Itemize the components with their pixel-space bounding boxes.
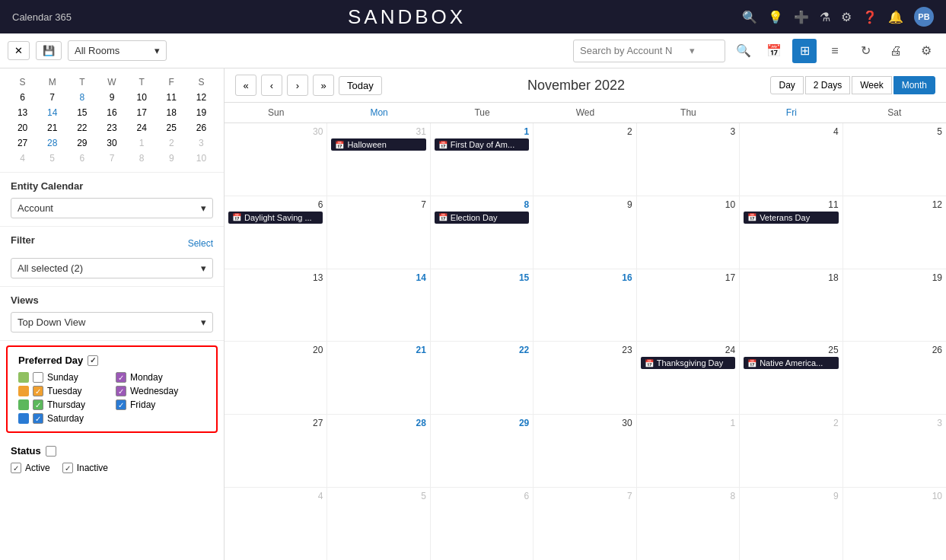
calendar-cell[interactable]: 28 <box>327 415 430 487</box>
mini-cal-cell[interactable]: 1 <box>127 135 157 151</box>
settings-button[interactable]: ⚙ <box>914 39 938 63</box>
calendar-cell[interactable]: 12 <box>843 196 946 269</box>
mini-cal-cell[interactable]: 4 <box>8 151 37 166</box>
mini-cal-cell[interactable]: 21 <box>37 120 67 135</box>
mini-cal-cell[interactable]: 9 <box>97 90 126 105</box>
mini-cal-cell[interactable]: 23 <box>97 120 126 135</box>
calendar-cell[interactable]: 24📅Thanksgiving Day <box>637 342 740 414</box>
refresh-button[interactable]: ↻ <box>853 39 878 63</box>
calendar-cell[interactable]: 30 <box>534 415 636 487</box>
mini-cal-cell[interactable]: 29 <box>67 135 97 151</box>
mini-cal-cell[interactable]: 14 <box>37 105 67 120</box>
calendar-cell[interactable]: 15 <box>431 269 534 342</box>
mini-cal-cell[interactable]: 7 <box>37 90 67 105</box>
day-checkbox[interactable]: ✓ <box>116 372 126 383</box>
day-checkbox[interactable]: ✓ <box>33 386 43 396</box>
today-button[interactable]: Today <box>339 76 382 95</box>
mini-cal-cell[interactable]: 16 <box>97 105 126 120</box>
calendar-cell[interactable]: 29 <box>431 415 534 487</box>
filter-icon[interactable]: ⚗ <box>820 10 830 24</box>
question-icon[interactable]: ❓ <box>862 10 878 24</box>
day-checkbox[interactable]: ✓ <box>116 386 126 396</box>
calendar-cell[interactable]: 16 <box>534 269 636 342</box>
view-btn-week[interactable]: Week <box>852 76 891 94</box>
mini-cal-cell[interactable]: 18 <box>157 105 186 120</box>
mini-cal-cell[interactable]: 25 <box>157 120 186 135</box>
filter-dropdown[interactable]: All selected (2) ▾ <box>11 258 213 278</box>
avatar[interactable]: PB <box>914 7 934 27</box>
calendar-cell[interactable]: 30 <box>225 123 327 196</box>
mini-cal-cell[interactable]: 6 <box>8 90 37 105</box>
calendar-cell[interactable]: 6 <box>431 488 534 560</box>
calendar-cell[interactable]: 4 <box>225 488 327 560</box>
search-button[interactable]: 🔍 <box>731 39 756 63</box>
day-checkbox[interactable] <box>33 372 43 383</box>
chevron-down-icon[interactable]: ▾ <box>690 45 695 56</box>
mini-cal-cell[interactable]: 6 <box>67 151 97 166</box>
list-view-button[interactable]: ≡ <box>823 39 847 63</box>
mini-cal-cell[interactable]: 10 <box>127 90 157 105</box>
calendar-icon[interactable]: 📅 <box>762 39 786 63</box>
calendar-cell[interactable]: 17 <box>637 269 740 342</box>
mini-cal-cell[interactable]: 19 <box>186 105 216 120</box>
mini-cal-cell[interactable]: 5 <box>37 151 67 166</box>
mini-cal-cell[interactable]: 8 <box>67 90 97 105</box>
calendar-cell[interactable]: 27 <box>225 415 327 487</box>
search-icon[interactable]: 🔍 <box>742 10 757 24</box>
search-bar[interactable]: ▾ <box>573 40 725 62</box>
filter-select-link[interactable]: Select <box>188 238 213 249</box>
calendar-cell[interactable]: 5 <box>327 488 430 560</box>
view-btn-2-days[interactable]: 2 Days <box>805 76 850 94</box>
calendar-cell[interactable]: 13 <box>225 269 327 342</box>
close-button[interactable]: ✕ <box>8 41 30 60</box>
view-btn-month[interactable]: Month <box>893 76 935 94</box>
view-btn-day[interactable]: Day <box>770 76 803 94</box>
plus-icon[interactable]: ➕ <box>794 10 809 24</box>
calendar-cell[interactable]: 25📅Native America... <box>740 342 842 414</box>
mini-cal-cell[interactable]: 15 <box>67 105 97 120</box>
calendar-cell[interactable]: 7 <box>534 488 636 560</box>
calendar-cell[interactable]: 5 <box>843 123 946 196</box>
calendar-cell[interactable]: 22 <box>431 342 534 414</box>
calendar-cell[interactable]: 3 <box>637 123 740 196</box>
nav-next-button[interactable]: › <box>287 75 308 96</box>
calendar-cell[interactable]: 10 <box>637 196 740 269</box>
calendar-cell[interactable]: 9 <box>740 488 842 560</box>
bell-icon[interactable]: 🔔 <box>888 10 903 24</box>
entity-calendar-dropdown[interactable]: Account ▾ <box>11 198 213 218</box>
search-input[interactable] <box>580 45 686 56</box>
nav-first-button[interactable]: « <box>235 75 256 96</box>
mini-cal-cell[interactable]: 7 <box>97 151 126 166</box>
calendar-cell[interactable]: 20 <box>225 342 327 414</box>
mini-cal-cell[interactable]: 30 <box>97 135 126 151</box>
calendar-event[interactable]: 📅Election Day <box>435 212 529 224</box>
nav-last-button[interactable]: » <box>313 75 334 96</box>
mini-cal-cell[interactable]: 10 <box>186 151 216 166</box>
calendar-cell[interactable]: 1 <box>637 415 740 487</box>
mini-cal-cell[interactable]: 9 <box>157 151 186 166</box>
calendar-cell[interactable]: 14 <box>327 269 430 342</box>
save-button[interactable]: 💾 <box>36 41 62 60</box>
print-button[interactable]: 🖨 <box>884 39 908 63</box>
calendar-cell[interactable]: 18 <box>740 269 842 342</box>
preferred-day-checkbox[interactable] <box>88 355 98 366</box>
calendar-cell[interactable]: 2 <box>534 123 636 196</box>
lightbulb-icon[interactable]: 💡 <box>768 10 783 24</box>
calendar-event[interactable]: 📅Native America... <box>744 357 838 369</box>
mini-cal-cell[interactable]: 8 <box>127 151 157 166</box>
calendar-cell[interactable]: 6📅Daylight Saving ... <box>225 196 327 269</box>
calendar-event[interactable]: 📅Veterans Day <box>744 212 838 224</box>
calendar-event[interactable]: 📅Daylight Saving ... <box>228 212 323 224</box>
mini-cal-cell[interactable]: 22 <box>67 120 97 135</box>
mini-cal-cell[interactable]: 26 <box>186 120 216 135</box>
calendar-cell[interactable]: 8 <box>637 488 740 560</box>
calendar-cell[interactable]: 31📅Halloween <box>327 123 430 196</box>
mini-cal-cell[interactable]: 13 <box>8 105 37 120</box>
mini-cal-cell[interactable]: 2 <box>157 135 186 151</box>
day-checkbox[interactable]: ✓ <box>33 399 43 410</box>
mini-cal-cell[interactable]: 12 <box>186 90 216 105</box>
calendar-event[interactable]: 📅Thanksgiving Day <box>641 357 735 369</box>
day-checkbox[interactable]: ✓ <box>116 399 126 410</box>
mini-cal-cell[interactable]: 11 <box>157 90 186 105</box>
status-checkbox-active[interactable] <box>11 463 21 473</box>
